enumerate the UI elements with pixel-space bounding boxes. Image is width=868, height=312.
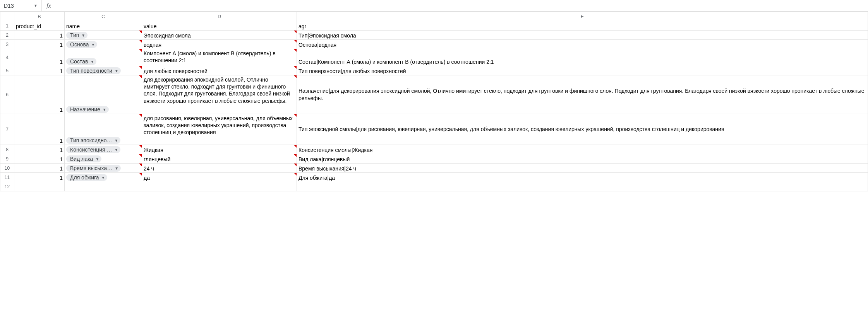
row-header[interactable]: 9 — [0, 154, 14, 164]
dropdown-chip[interactable]: Тип ▼ — [66, 32, 87, 39]
cell-E8[interactable]: Консистенция смолы|Жидкая — [297, 145, 868, 154]
row-header[interactable]: 12 — [0, 182, 14, 191]
col-header-E[interactable]: E — [297, 12, 868, 21]
cell-B10[interactable]: 1 — [14, 164, 65, 173]
table-row: 11 1 Для обжига ▼ да Для обжига|да — [0, 173, 868, 182]
dropdown-chip[interactable]: Тип поверхности ▼ — [66, 67, 121, 74]
cell-C7[interactable]: Тип эпоксидно… ▼ — [65, 114, 142, 145]
cell-C6[interactable]: Назначение ▼ — [65, 75, 142, 114]
cell-E2[interactable]: Тип|Эпоксидная смола — [297, 31, 868, 40]
row-header[interactable]: 6 — [0, 75, 14, 114]
cell-E12[interactable] — [297, 182, 868, 191]
cell-C8[interactable]: Консистенция … ▼ — [65, 145, 142, 154]
table-row: 7 1 Тип эпоксидно… ▼ для рисования, ювел… — [0, 114, 868, 145]
cell-C1[interactable]: name — [65, 21, 142, 31]
row-header[interactable]: 3 — [0, 40, 14, 49]
cell-C11[interactable]: Для обжига ▼ — [65, 173, 142, 182]
cell-D12[interactable] — [142, 182, 297, 191]
row-header[interactable]: 10 — [0, 164, 14, 173]
chevron-down-icon: ▼ — [101, 176, 105, 180]
cell-C2[interactable]: Тип ▼ — [65, 31, 142, 40]
cell-D5[interactable]: для любых поверхностей — [142, 66, 297, 75]
row-header[interactable]: 4 — [0, 49, 14, 66]
chip-label: Состав — [70, 58, 88, 65]
table-row: 8 1 Консистенция … ▼ Жидкая Консистенция… — [0, 145, 868, 154]
cell-C4[interactable]: Состав ▼ — [65, 49, 142, 66]
row-header[interactable]: 7 — [0, 114, 14, 145]
column-header-row: B C D E — [0, 12, 868, 21]
col-header-C[interactable]: C — [65, 12, 142, 21]
cell-D1[interactable]: value — [142, 21, 297, 31]
table-row: 5 1 Тип поверхности ▼ для любых поверхно… — [0, 66, 868, 75]
cell-D6[interactable]: для декорирования эпоксидной смолой, Отл… — [142, 75, 297, 114]
dropdown-chip[interactable]: Тип эпоксидно… ▼ — [66, 137, 120, 144]
name-box[interactable]: D13 ▼ — [0, 0, 42, 11]
row-header[interactable]: 5 — [0, 66, 14, 75]
name-box-value: D13 — [4, 3, 31, 9]
cell-D3[interactable]: водная — [142, 40, 297, 49]
cell-C10[interactable]: Время высыха… ▼ — [65, 164, 142, 173]
dropdown-chip[interactable]: Состав ▼ — [66, 58, 96, 65]
cell-D4[interactable]: Компонент А (смола) и компонент В (отвер… — [142, 49, 297, 66]
dropdown-chip[interactable]: Основа ▼ — [66, 41, 97, 48]
cell-E9[interactable]: Вид лака|глянцевый — [297, 154, 868, 164]
chevron-down-icon: ▼ — [81, 33, 85, 38]
cell-E1[interactable]: agr — [297, 21, 868, 31]
cell-D9[interactable]: глянцевый — [142, 154, 297, 164]
cell-D10[interactable]: 24 ч — [142, 164, 297, 173]
cell-D2[interactable]: Эпоксидная смола — [142, 31, 297, 40]
cell-B6[interactable]: 1 — [14, 75, 65, 114]
cell-B3[interactable]: 1 — [14, 40, 65, 49]
cell-B5[interactable]: 1 — [14, 66, 65, 75]
chevron-down-icon: ▼ — [115, 148, 118, 152]
cell-C9[interactable]: Вид лака ▼ — [65, 154, 142, 164]
cell-E4[interactable]: Состав|Компонент А (смола) и компонент В… — [297, 49, 868, 66]
dropdown-chip[interactable]: Консистенция … ▼ — [66, 146, 120, 153]
cell-B11[interactable]: 1 — [14, 173, 65, 182]
cell-B7[interactable]: 1 — [14, 114, 65, 145]
spreadsheet-grid[interactable]: B C D E 1 product_id name value agr 2 1 … — [0, 12, 868, 191]
row-header[interactable]: 11 — [0, 173, 14, 182]
chevron-down-icon[interactable]: ▼ — [31, 3, 40, 8]
row-header[interactable]: 8 — [0, 145, 14, 154]
cell-C12[interactable] — [65, 182, 142, 191]
dropdown-chip[interactable]: Назначение ▼ — [66, 106, 109, 113]
chip-label: Время высыха… — [70, 165, 112, 171]
dropdown-chip[interactable]: Вид лака ▼ — [66, 155, 101, 162]
cell-C5[interactable]: Тип поверхности ▼ — [65, 66, 142, 75]
formula-input[interactable] — [56, 0, 868, 11]
cell-B12[interactable] — [14, 182, 65, 191]
cell-B1[interactable]: product_id — [14, 21, 65, 31]
table-row: 6 1 Назначение ▼ для декорирования эпокс… — [0, 75, 868, 114]
col-header-D[interactable]: D — [142, 12, 297, 21]
table-row: 1 product_id name value agr — [0, 21, 868, 31]
table-row: 9 1 Вид лака ▼ глянцевый Вид лака|глянце… — [0, 154, 868, 164]
cell-D11[interactable]: да — [142, 173, 297, 182]
table-row: 12 — [0, 182, 868, 191]
cell-D7[interactable]: для рисования, ювелирная, универсальная,… — [142, 114, 297, 145]
fx-icon: fx — [42, 0, 56, 11]
cell-B9[interactable]: 1 — [14, 154, 65, 164]
row-header[interactable]: 1 — [0, 21, 14, 31]
row-header[interactable]: 2 — [0, 31, 14, 40]
cell-E5[interactable]: Тип поверхности|для любых поверхностей — [297, 66, 868, 75]
cell-B8[interactable]: 1 — [14, 145, 65, 154]
dropdown-chip[interactable]: Время высыха… ▼ — [66, 165, 121, 172]
chip-label: Вид лака — [70, 156, 93, 162]
cell-D8[interactable]: Жидкая — [142, 145, 297, 154]
cell-E3[interactable]: Основа|водная — [297, 40, 868, 49]
cell-E10[interactable]: Время высыхания|24 ч — [297, 164, 868, 173]
col-header-B[interactable]: B — [14, 12, 65, 21]
table-row: 10 1 Время высыха… ▼ 24 ч Время высыхани… — [0, 164, 868, 173]
cell-E6[interactable]: Назначение|для декорирования эпоксидной … — [297, 75, 868, 114]
cell-C3[interactable]: Основа ▼ — [65, 40, 142, 49]
cell-B4[interactable]: 1 — [14, 49, 65, 66]
cell-B2[interactable]: 1 — [14, 31, 65, 40]
chevron-down-icon: ▼ — [115, 138, 118, 143]
cell-E11[interactable]: Для обжига|да — [297, 173, 868, 182]
chevron-down-icon: ▼ — [91, 43, 95, 47]
cell-E7[interactable]: Тип эпоксидной смолы|для рисования, ювел… — [297, 114, 868, 145]
table-row: 4 1 Состав ▼ Компонент А (смола) и компо… — [0, 49, 868, 66]
select-all-corner[interactable] — [0, 12, 14, 21]
dropdown-chip[interactable]: Для обжига ▼ — [66, 174, 107, 181]
